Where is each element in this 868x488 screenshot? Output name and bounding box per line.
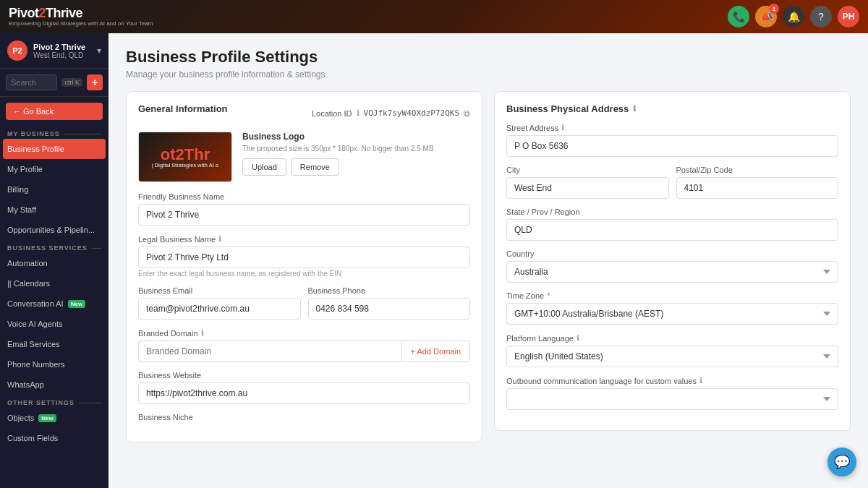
street-label: Street Address ℹ [506,123,838,132]
state-input[interactable] [506,219,838,241]
content-grid: General Information Location ID ℹ VQJfk7… [126,91,851,442]
general-info-header: General Information Location ID ℹ VQJfk7… [138,103,470,123]
business-logo-hint: The proposed size is 350px * 180px. No b… [242,145,470,153]
legal-name-hint: Enter the exact legal business name, as … [138,270,470,278]
objects-new-badge: New [38,414,56,422]
sidebar-item-opportunities[interactable]: Opportunities & Pipelin... [0,220,109,240]
logo-actions: Upload Remove [242,158,470,176]
sidebar-item-automation[interactable]: Automation [0,253,109,273]
street-input[interactable] [506,135,838,157]
business-logo-label: Business Logo [242,132,470,142]
city-label: City [506,166,669,174]
email-group: Business Email [138,286,301,320]
sidebar-item-billing[interactable]: Billing [0,179,109,200]
search-bar: ctrl K + [0,69,109,97]
postal-group: Postal/Zip Code [676,166,839,199]
postal-input[interactable] [676,177,839,199]
general-info-title: General Information [138,103,228,114]
page-subtitle: Manage your business profile information… [126,69,851,80]
account-switcher[interactable]: P2 Pivot 2 Thrive West End, QLD ▾ [0,33,109,69]
main-content: Business Profile Settings Manage your bu… [109,33,868,488]
country-select[interactable]: Australia [506,261,838,283]
legal-name-label: Legal Business Name ℹ [138,234,470,244]
outbound-lang-info-icon: ℹ [699,376,702,385]
platform-lang-select[interactable]: English (United States) [506,346,838,367]
section-other-settings: OTHER SETTINGS [0,395,109,408]
email-phone-row: Business Email Business Phone [138,286,470,320]
nav-icons: 📞 📣 1 🔔 ? PH [728,6,859,27]
city-group: City [506,166,669,199]
sidebar-item-phone-numbers[interactable]: Phone Numbers [0,354,109,374]
platform-lang-info-icon: ℹ [576,333,579,343]
search-input[interactable] [6,74,57,90]
chat-fab-button[interactable]: 💬 [827,448,856,476]
country-group: Country Australia [506,249,838,283]
copy-icon[interactable]: ⧉ [464,108,470,119]
general-info-panel: General Information Location ID ℹ VQJfk7… [126,91,482,442]
chevron-down-icon: ▾ [97,46,101,56]
sidebar-item-whatsapp[interactable]: WhatsApp [0,374,109,395]
street-group: Street Address ℹ [506,123,838,157]
app-logo: Pivot2Thrive Empowering Digital Strategi… [9,7,153,27]
physical-address-panel: Business Physical Address ℹ Street Addre… [494,91,851,431]
location-id-value: VQJfk7syW4QXdzP72QKS [364,108,459,118]
website-input[interactable] [138,382,470,404]
account-name: Pivot 2 Thrive [33,43,91,51]
branded-domain-input[interactable] [138,341,401,362]
phone-group: Business Phone [308,286,471,320]
logo-text: Pivot2Thrive [9,7,82,20]
phone-input[interactable] [308,298,471,320]
search-shortcut: ctrl K [61,78,82,87]
legal-name-input[interactable] [138,247,470,268]
logo-preview: ot2Thr | Digital Strategies with AI o [138,132,232,182]
street-info-icon: ℹ [561,123,564,132]
sidebar: P2 Pivot 2 Thrive West End, QLD ▾ ctrl K… [0,33,109,488]
branded-domain-info-icon: ℹ [201,328,204,338]
sidebar-item-voice-ai[interactable]: Voice AI Agents [0,314,109,334]
add-domain-button[interactable]: + Add Domain [401,341,470,362]
legal-name-group: Legal Business Name ℹ Enter the exact le… [138,234,470,278]
city-postal-row: City Postal/Zip Code [506,166,838,199]
add-button[interactable]: + [87,74,103,90]
sidebar-item-my-profile[interactable]: My Profile [0,159,109,179]
platform-lang-group: Platform Language ℹ English (United Stat… [506,333,838,367]
logo-subtitle: Empowering Digital Strategies with AI an… [9,20,153,27]
megaphone-icon-btn[interactable]: 📣 1 [755,6,777,27]
location-id-label: Location ID [312,109,352,118]
help-icon-btn[interactable]: ? [810,6,832,27]
account-avatar: P2 [7,40,27,61]
sidebar-item-conversation-ai[interactable]: Conversation AI New [0,294,109,314]
phone-label: Business Phone [308,286,471,295]
niche-label: Business Niche [138,413,470,421]
sidebar-item-email-services[interactable]: Email Services [0,334,109,354]
phone-icon-btn[interactable]: 📞 [728,6,749,27]
user-avatar[interactable]: PH [838,6,859,27]
postal-label: Postal/Zip Code [676,166,839,174]
sidebar-item-my-staff[interactable]: My Staff [0,200,109,220]
legal-name-info-icon: ℹ [218,234,221,244]
sidebar-item-business-profile[interactable]: Business Profile [3,139,106,159]
branded-domain-group: Branded Domain ℹ + Add Domain [138,328,470,362]
outbound-lang-label: Outbound communication language for cust… [506,376,838,385]
timezone-select[interactable]: GMT+10:00 Australia/Brisbane (AEST) [506,303,838,325]
section-business-services: BUSINESS SERVICES [0,240,109,253]
sidebar-item-calendars[interactable]: || Calendars [0,273,109,294]
account-info: Pivot 2 Thrive West End, QLD [33,43,91,59]
friendly-name-input[interactable] [138,204,470,226]
state-group: State / Prov / Region [506,207,838,241]
sidebar-item-objects[interactable]: Objects New [0,408,109,428]
upload-button[interactable]: Upload [242,158,286,176]
city-input[interactable] [506,177,669,199]
branded-domain-label: Branded Domain ℹ [138,328,470,338]
remove-button[interactable]: Remove [291,158,339,176]
logo-info: Business Logo The proposed size is 350px… [242,132,470,182]
outbound-lang-select[interactable] [506,388,838,410]
chat-icon: 💬 [834,454,850,470]
bell-icon-btn[interactable]: 🔔 [783,6,804,27]
email-input[interactable] [138,298,301,320]
physical-address-title: Business Physical Address ℹ [506,103,838,114]
website-group: Business Website [138,371,470,404]
info-icon: ℹ [357,108,359,118]
sidebar-item-custom-fields[interactable]: Custom Fields [0,428,109,448]
go-back-button[interactable]: ← Go Back [6,103,103,120]
